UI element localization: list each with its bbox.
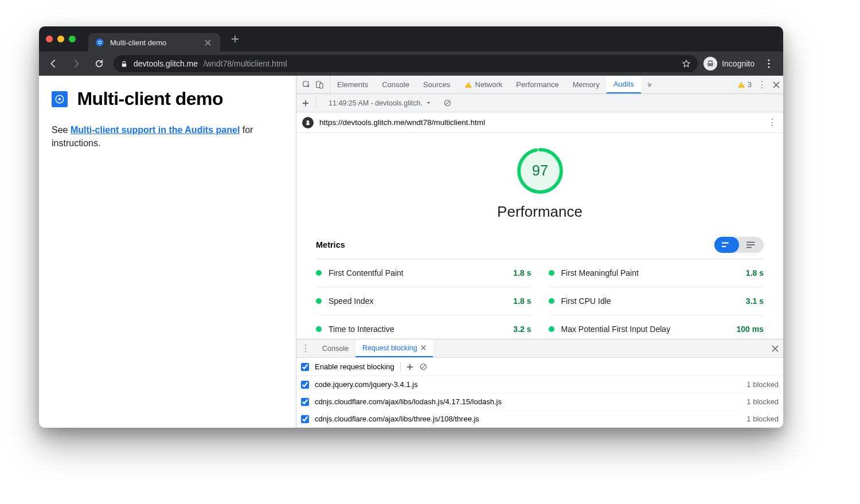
page-body: See Multi-client support in the Audits p… xyxy=(52,123,283,150)
metric-row: First Meaningful Paint1.8 s xyxy=(549,259,764,287)
incognito-indicator[interactable]: Incognito xyxy=(703,57,755,71)
svg-rect-16 xyxy=(741,84,741,85)
rule-count: 1 blocked xyxy=(746,415,779,423)
enable-request-blocking-checkbox[interactable] xyxy=(301,363,309,371)
tab-console[interactable]: Console xyxy=(375,76,416,93)
tab-audits[interactable]: Audits xyxy=(607,76,641,93)
add-pattern-button[interactable] xyxy=(406,364,413,370)
browser-toolbar: devtools.glitch.me/wndt78/multiclient.ht… xyxy=(39,52,783,76)
lock-icon xyxy=(120,60,128,68)
close-tab-icon[interactable] xyxy=(202,37,213,48)
svg-rect-24 xyxy=(746,244,755,245)
tab-memory[interactable]: Memory xyxy=(566,76,607,93)
metric-row: Time to Interactive3.2 s xyxy=(316,315,531,339)
enable-request-blocking-label: Enable request blocking xyxy=(315,362,394,371)
audit-url: https://devtools.glitch.me/wndt78/multic… xyxy=(319,118,485,127)
status-dot-icon xyxy=(316,326,322,332)
address-bar[interactable]: devtools.glitch.me/wndt78/multiclient.ht… xyxy=(114,55,698,72)
gauge-category: Performance xyxy=(497,203,583,221)
status-dot-icon xyxy=(549,298,554,304)
rule-checkbox[interactable] xyxy=(301,415,309,423)
new-audit-button[interactable] xyxy=(302,100,309,107)
performance-gauge: 97 xyxy=(516,147,564,195)
audit-snapshot-dropdown[interactable]: 11:49:25 AM - devtools.glitch. xyxy=(323,97,436,110)
tab-performance[interactable]: Performance xyxy=(509,76,565,93)
svg-point-6 xyxy=(768,59,769,61)
toggle-expanded-icon[interactable] xyxy=(739,237,764,253)
bookmark-star-icon[interactable] xyxy=(682,59,691,68)
url-host: devtools.glitch.me xyxy=(134,59,198,68)
page-body-prefix: See xyxy=(52,125,71,135)
devtools-tabbar: Elements Console Sources Network Perform… xyxy=(296,76,783,94)
gauge-score: 97 xyxy=(531,162,548,178)
svg-rect-17 xyxy=(741,86,741,87)
request-blocking-toolbar: Enable request blocking xyxy=(296,358,783,376)
svg-rect-21 xyxy=(722,243,729,244)
close-drawer-tab-icon[interactable] xyxy=(421,345,426,350)
metric-row: First Contentful Paint1.8 s xyxy=(316,259,531,287)
inspect-element-icon[interactable] xyxy=(302,80,311,89)
warning-icon xyxy=(464,81,472,89)
tab-title: Multi-client demo xyxy=(110,38,166,47)
window-controls xyxy=(46,36,76,42)
tab-elements[interactable]: Elements xyxy=(330,76,375,93)
svg-point-4 xyxy=(708,64,710,66)
warnings-badge[interactable]: 3 xyxy=(737,80,752,89)
tab-strip: Multi-client demo xyxy=(39,26,783,52)
rule-checkbox[interactable] xyxy=(301,381,309,389)
close-window-button[interactable] xyxy=(46,36,53,42)
lighthouse-icon xyxy=(302,117,314,128)
audit-url-menu-icon[interactable]: ⋮ xyxy=(768,117,777,128)
chrome-favicon-icon xyxy=(95,38,104,47)
fullscreen-window-button[interactable] xyxy=(69,36,76,42)
svg-rect-14 xyxy=(468,84,468,85)
status-dot-icon xyxy=(316,270,322,276)
forward-button[interactable] xyxy=(68,55,85,72)
metrics-view-toggle[interactable] xyxy=(714,237,764,253)
clear-audit-icon[interactable] xyxy=(443,99,452,107)
metric-row: First CPU Idle3.1 s xyxy=(549,287,764,315)
new-tab-button[interactable] xyxy=(229,33,241,45)
devtools-settings-icon[interactable]: ⋮ xyxy=(757,79,767,90)
status-dot-icon xyxy=(549,326,554,332)
chevron-down-icon xyxy=(426,100,431,106)
close-drawer-icon[interactable] xyxy=(772,345,779,352)
rule-pattern: code.jquery.com/jquery-3.4.1.js xyxy=(315,380,418,389)
rule-pattern: cdnjs.cloudflare.com/ajax/libs/three.js/… xyxy=(315,415,479,423)
svg-rect-25 xyxy=(746,247,752,248)
clear-patterns-button[interactable] xyxy=(419,362,428,371)
back-button[interactable] xyxy=(45,55,62,72)
device-toolbar-icon[interactable] xyxy=(315,80,324,89)
drawer-tab-request-blocking[interactable]: Request blocking xyxy=(355,339,433,357)
minimize-window-button[interactable] xyxy=(57,36,64,42)
devtools-logo-icon xyxy=(52,91,68,107)
blocking-rule[interactable]: cdnjs.cloudflare.com/ajax/libs/lodash.js… xyxy=(296,393,783,411)
toggle-collapsed-icon[interactable] xyxy=(714,237,739,253)
drawer-tab-console[interactable]: Console xyxy=(315,339,355,357)
tabs-overflow-button[interactable] xyxy=(641,76,658,93)
incognito-icon xyxy=(703,57,717,71)
drawer-menu-icon[interactable]: ⋮ xyxy=(296,343,315,354)
svg-point-2 xyxy=(99,41,101,44)
metrics-heading: Metrics xyxy=(316,240,345,249)
rule-checkbox[interactable] xyxy=(301,398,309,406)
svg-point-7 xyxy=(768,62,769,64)
svg-rect-22 xyxy=(722,246,726,247)
rule-count: 1 blocked xyxy=(746,380,779,389)
tab-sources[interactable]: Sources xyxy=(416,76,458,93)
browser-tab[interactable]: Multi-client demo xyxy=(88,33,220,52)
devtools-close-icon[interactable] xyxy=(773,81,780,88)
metric-row: Max Potential First Input Delay100 ms xyxy=(549,315,764,339)
url-path: /wndt78/multiclient.html xyxy=(204,59,287,68)
audit-url-row: https://devtools.glitch.me/wndt78/multic… xyxy=(296,112,783,133)
tab-network[interactable]: Network xyxy=(458,76,510,93)
browser-menu-button[interactable] xyxy=(760,55,777,72)
page-link[interactable]: Multi-client support in the Audits panel xyxy=(71,125,240,135)
rule-count: 1 blocked xyxy=(746,397,779,406)
metrics-grid: First Contentful Paint1.8 s First Meanin… xyxy=(316,259,764,339)
reload-button[interactable] xyxy=(91,55,108,72)
blocking-rule[interactable]: code.jquery.com/jquery-3.4.1.js 1 blocke… xyxy=(296,376,783,393)
blocking-rule[interactable]: cdnjs.cloudflare.com/ajax/libs/three.js/… xyxy=(296,411,783,428)
incognito-label: Incognito xyxy=(722,59,755,68)
svg-rect-3 xyxy=(122,63,127,66)
